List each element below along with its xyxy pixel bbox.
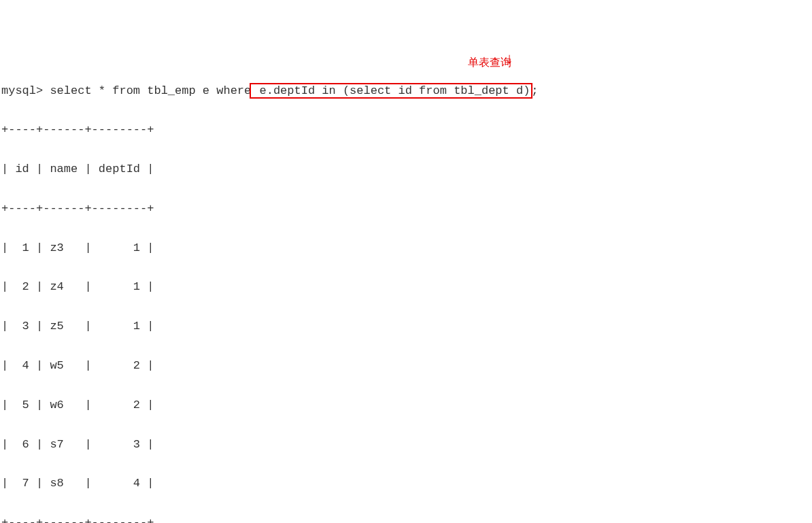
table1-border-mid: +----+------+--------+	[1, 199, 812, 219]
mysql-prompt: mysql>	[1, 84, 50, 97]
query1-sql-pre: select * from tbl_emp e where	[50, 84, 251, 97]
query1-line: mysql> select * from tbl_emp e where e.d…	[1, 82, 812, 101]
table1-row: | 2 | z4 | 1 |	[1, 277, 812, 297]
query1-highlight-box: e.deptId in (select id from tbl_dept d)	[251, 84, 531, 97]
table1-border-bot: +----+------+--------+	[1, 513, 812, 523]
table1-row: | 1 | z3 | 1 |	[1, 239, 812, 258]
table1-header: | id | name | deptId |	[1, 160, 812, 180]
query1-sql-post: ;	[531, 84, 538, 97]
table1-row: | 7 | s8 | 4 |	[1, 474, 812, 494]
table1-row: | 5 | w6 | 2 |	[1, 396, 812, 416]
table1-row: | 4 | w5 | 2 |	[1, 356, 812, 376]
table1-border-top: +----+------+--------+	[1, 120, 812, 140]
table1-row: | 6 | s7 | 3 |	[1, 435, 812, 455]
annotation-label: 单表查询	[468, 53, 511, 71]
table1-row: | 3 | z5 | 1 |	[1, 317, 812, 337]
